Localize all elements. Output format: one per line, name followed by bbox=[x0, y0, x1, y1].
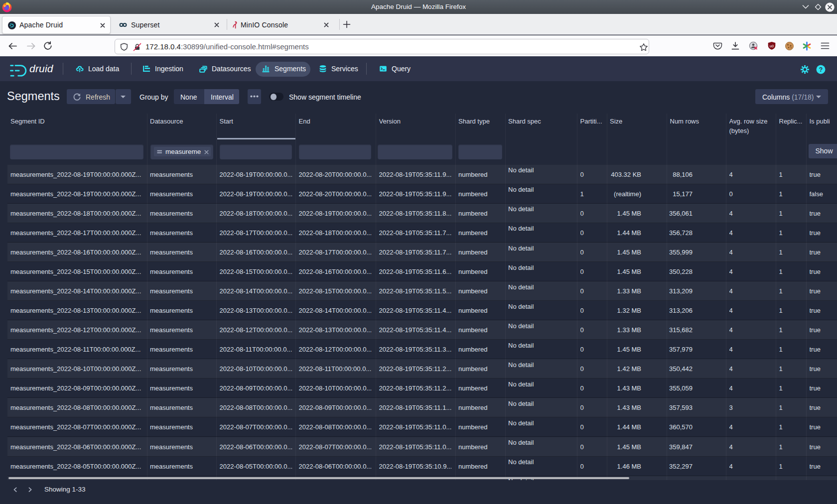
svg-text:u0: u0 bbox=[770, 44, 774, 48]
svg-text:?: ? bbox=[819, 66, 823, 73]
